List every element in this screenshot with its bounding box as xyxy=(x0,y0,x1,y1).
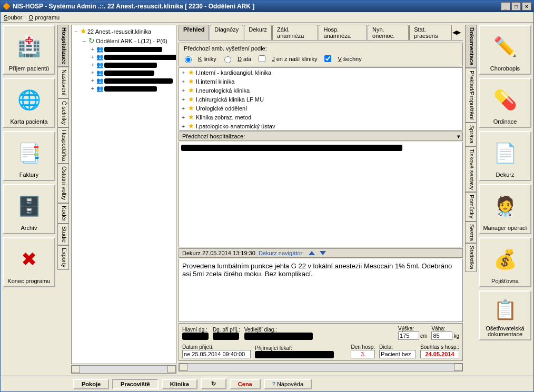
pojistovna-label: Pojišťovna xyxy=(491,278,519,284)
vtab-nastaveni[interactable]: Nastavení xyxy=(57,67,69,98)
checkbox-jen-z-nasi[interactable]: Jen z naší kliniky xyxy=(256,54,317,64)
vtab-statistika[interactable]: Statistika xyxy=(465,243,477,272)
clinic-row[interactable]: +★I.chirurgická klinika LF MU xyxy=(179,95,462,104)
clinic-row[interactable]: +★Klinika zobraz. metod xyxy=(179,113,462,122)
faktury-button[interactable]: 📑 Faktury xyxy=(3,131,55,181)
konec-programu-button[interactable]: ✖ Konec programu xyxy=(3,237,55,287)
tree-root[interactable]: 22 Anest.-resuscit.klinika xyxy=(87,28,151,35)
prijimajici-lekar-value xyxy=(255,351,334,358)
archiv-icon: 🗄️ xyxy=(8,187,50,225)
tab-hosp-anamneza[interactable]: Hosp. anamnéza xyxy=(319,25,367,40)
content-horizontal-scrollbar[interactable] xyxy=(179,363,463,371)
tab-stat-praesens[interactable]: Stat. praesens xyxy=(409,25,452,40)
konec-label: Konec programu xyxy=(7,278,50,284)
tabs-scroll-left-icon[interactable]: ◀ xyxy=(452,29,457,36)
vtab-koder[interactable]: Kodér xyxy=(57,203,69,224)
minimize-button[interactable]: _ xyxy=(501,2,510,11)
tab-prehled[interactable]: Přehled xyxy=(179,25,209,40)
dekurz-text-area[interactable]: Provedena lumbálním punkce jehla G 22 v … xyxy=(179,259,463,322)
vyska-input[interactable] xyxy=(398,331,419,340)
tab-diagnozy[interactable]: Diagnózy xyxy=(210,25,243,40)
vtab-studie[interactable]: Studie xyxy=(57,224,69,245)
dieta-input[interactable] xyxy=(379,350,416,358)
maximize-button[interactable]: □ xyxy=(511,2,521,11)
tab-nyn-onemoc[interactable]: Nyn. onemoc. xyxy=(368,25,409,40)
clinic-list[interactable]: +★I.Interní - kardioangiol. klinika +★II… xyxy=(179,67,463,130)
clinic-row[interactable]: +★I.Interní - kardioangiol. klinika xyxy=(179,68,462,77)
vtab-ciselniky[interactable]: Číselníky xyxy=(57,98,69,127)
clinic-row[interactable]: +★I.patologicko-anatomický ústav xyxy=(179,122,462,130)
department-tree[interactable]: −★22 Anest.-resuscit.klinika −↻Oddělení … xyxy=(71,25,176,364)
dekurz-icon: 📄 xyxy=(484,134,526,172)
vtab-pomucky[interactable]: Pomůcky xyxy=(465,192,477,221)
menu-oprogramu[interactable]: O programu xyxy=(28,14,60,21)
patient-row[interactable]: +👥 xyxy=(90,61,175,69)
patient-row[interactable]: +👥 xyxy=(90,53,175,61)
patient-row[interactable]: +👥 xyxy=(90,69,175,77)
konec-icon: ✖ xyxy=(8,240,50,278)
patient-row[interactable]: +👥 xyxy=(90,77,175,85)
vtab-tiskove-sestavy[interactable]: Tiskové sestavy xyxy=(465,146,477,193)
patient-form-strip: Hlavní dg.: Dg. při příj.: Vedlejší diag… xyxy=(179,323,463,361)
cena-button[interactable]: Cena xyxy=(230,379,261,389)
clinic-row[interactable]: +★I.neurologická klinika xyxy=(179,86,462,95)
help-icon: ? xyxy=(272,381,275,387)
ordinace-icon: 💊 xyxy=(484,81,526,119)
app-window: 🔶 NIS-HOSP - Systému Admin .::. 22 Anest… xyxy=(0,0,534,392)
dekurz-label: Dekurz xyxy=(496,172,515,178)
manager-operaci-button[interactable]: 🧑‍⚕️ Manager operací xyxy=(479,184,531,234)
radio-kliniky[interactable]: Kliniky xyxy=(182,55,216,63)
vaha-input[interactable] xyxy=(431,331,452,340)
dg-pri-prij-value xyxy=(213,333,239,340)
osetrovatelska-label: Ošetřovatelská dokumentace xyxy=(481,326,529,337)
pracoviste-button[interactable]: Pracoviště xyxy=(112,379,159,389)
osetrovatelska-dokumentace-button[interactable]: 📋 Ošetřovatelská dokumentace xyxy=(479,290,531,340)
clinic-row[interactable]: +★Urologické oddělení xyxy=(179,104,462,113)
tree-horizontal-scrollbar[interactable] xyxy=(71,365,176,374)
tab-zakl-anamneza[interactable]: Zákl. anamnéza xyxy=(272,25,318,40)
vtab-sestra[interactable]: Sestra xyxy=(465,222,477,244)
chorobopis-label: Chorobopis xyxy=(490,66,520,72)
checkbox-vsechny[interactable]: Všechny xyxy=(322,54,361,64)
dekurz-button[interactable]: 📄 Dekurz xyxy=(479,131,531,181)
archiv-button[interactable]: 🗄️ Archív xyxy=(3,184,55,234)
chorobopis-icon: ✏️ xyxy=(484,28,526,66)
vtab-dokumentace[interactable]: Dokumentace xyxy=(465,25,477,68)
chorobopis-button[interactable]: ✏️ Chorobopis xyxy=(479,25,531,75)
ordinace-label: Ordinace xyxy=(493,119,517,125)
napoveda-button[interactable]: ? Nápověda xyxy=(264,379,312,389)
vtab-hospitalizace[interactable]: Hospitalizace xyxy=(57,25,69,67)
hosp-collapse-icon[interactable]: ▾ xyxy=(457,133,460,140)
prijem-pacientu-button[interactable]: 🏥 Příjem pacientů xyxy=(3,25,55,75)
vtab-hospodarka[interactable]: Hospodářka xyxy=(57,127,69,164)
pojistovna-button[interactable]: 💰 Pojišťovna xyxy=(479,237,531,287)
hlavni-dg-value xyxy=(182,333,209,340)
dekurz-navigator-link[interactable]: Dekurz navigátor: xyxy=(259,250,304,256)
clinic-row[interactable]: +★II.interní klinika xyxy=(179,77,462,86)
klinika-button[interactable]: Klinika xyxy=(162,379,197,389)
pokoje-button[interactable]: Pokoje xyxy=(73,379,109,389)
ordinace-button[interactable]: 💊 Ordinace xyxy=(479,78,531,128)
close-button[interactable]: × xyxy=(522,2,531,11)
vtab-sprava[interactable]: Správa xyxy=(465,123,477,146)
patient-row[interactable]: +👥 xyxy=(90,45,175,53)
datum-prijeti-input[interactable] xyxy=(182,350,251,358)
dekurz-nav-down-icon[interactable] xyxy=(320,251,326,255)
bottom-bar: Pokoje Pracoviště Klinika ↻ Cena ? Nápov… xyxy=(1,376,533,391)
tab-dekurz[interactable]: Dekurz xyxy=(244,25,272,40)
vtab-exporty[interactable]: Exporty xyxy=(57,245,69,270)
tree-department[interactable]: Oddělení ARK - L(12) - P(6) xyxy=(96,38,167,44)
dekurz-timestamp: Dekurz 27.05.2014 13:19:30 xyxy=(182,250,255,256)
refresh-button[interactable]: ↻ xyxy=(201,378,226,389)
menu-soubor[interactable]: Soubor xyxy=(4,14,22,21)
dekurz-nav-up-icon[interactable] xyxy=(309,251,315,255)
karta-pacienta-button[interactable]: 🌐 Karta pacienta xyxy=(3,78,55,128)
radio-data[interactable]: Data xyxy=(222,55,251,63)
right-vertical-tabs: Dokumentace Překlad/Propuštění Správa Ti… xyxy=(465,25,477,374)
vtab-ostatni-volby[interactable]: Ostatní volby xyxy=(57,164,69,203)
den-hosp-value: 3. xyxy=(351,350,375,358)
tabs-scroll-right-icon[interactable]: ▶ xyxy=(457,29,461,36)
vtab-preklad-propusteni[interactable]: Překlad/Propuštění xyxy=(465,68,477,123)
patient-row[interactable]: +👥 xyxy=(90,85,175,93)
osetrovatelska-icon: 📋 xyxy=(484,294,526,326)
